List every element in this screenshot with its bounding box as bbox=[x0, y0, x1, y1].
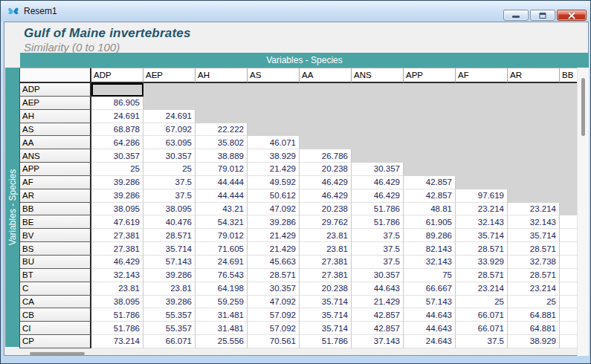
matrix-cell[interactable] bbox=[404, 136, 456, 149]
matrix-cell[interactable]: 31.481 bbox=[196, 322, 248, 335]
matrix-cell[interactable]: 35.714 bbox=[508, 229, 560, 242]
matrix-cell[interactable]: 47.619 bbox=[91, 215, 143, 229]
matrix-cell[interactable]: 40.476 bbox=[143, 215, 196, 229]
matrix-cell[interactable]: 37.5 bbox=[352, 229, 404, 242]
row-header[interactable]: ANS bbox=[19, 149, 91, 163]
matrix-cell[interactable]: 37.5 bbox=[352, 242, 404, 256]
matrix-cell[interactable]: 66.071 bbox=[143, 335, 196, 348]
matrix-cell[interactable]: 37.5 bbox=[456, 335, 508, 348]
matrix-cell[interactable]: 23.81 bbox=[143, 282, 196, 296]
matrix-cell[interactable]: 51.786 bbox=[352, 203, 404, 216]
close-button[interactable] bbox=[557, 10, 587, 21]
matrix-cell[interactable]: 86.905 bbox=[91, 97, 143, 110]
matrix-cell[interactable] bbox=[352, 149, 404, 163]
matrix-cell[interactable] bbox=[248, 123, 300, 137]
matrix-cell[interactable]: 27.381 bbox=[300, 256, 352, 269]
minimize-button[interactable] bbox=[503, 10, 529, 21]
row-header[interactable]: BB bbox=[19, 203, 91, 216]
matrix-cell[interactable]: 24.691 bbox=[143, 110, 196, 123]
matrix-cell[interactable] bbox=[248, 83, 300, 97]
matrix-cell[interactable]: 55.357 bbox=[143, 308, 196, 322]
row-header[interactable]: CI bbox=[19, 322, 91, 335]
matrix-cell[interactable] bbox=[404, 149, 456, 163]
matrix-cell[interactable]: 51.786 bbox=[352, 215, 404, 229]
row-header[interactable]: ADP bbox=[19, 83, 91, 97]
row-header[interactable]: BT bbox=[19, 269, 91, 282]
row-header[interactable]: AEP bbox=[19, 97, 91, 110]
matrix-cell[interactable]: 64.198 bbox=[196, 282, 248, 296]
matrix-cell[interactable]: 57.143 bbox=[143, 256, 196, 269]
matrix-cell[interactable] bbox=[456, 83, 508, 97]
matrix-cell[interactable]: 39.286 bbox=[143, 269, 196, 282]
matrix-cell[interactable]: 50.612 bbox=[248, 189, 300, 203]
matrix-cell[interactable]: 61.905 bbox=[404, 215, 456, 229]
matrix-cell[interactable]: 70.561 bbox=[248, 335, 300, 348]
matrix-cell[interactable]: 51.786 bbox=[91, 308, 143, 322]
matrix-cell[interactable]: 68.878 bbox=[91, 123, 143, 137]
row-header[interactable]: CP bbox=[19, 335, 91, 348]
matrix-cell[interactable]: 35.714 bbox=[300, 308, 352, 322]
matrix-cell[interactable] bbox=[560, 256, 578, 269]
matrix-cell[interactable] bbox=[560, 136, 578, 149]
matrix-cell[interactable]: 23.214 bbox=[456, 203, 508, 216]
matrix-cell[interactable] bbox=[404, 83, 456, 97]
matrix-cell[interactable]: 42.857 bbox=[404, 176, 456, 189]
matrix-cell[interactable] bbox=[352, 123, 404, 137]
butterfly-icon[interactable] bbox=[7, 5, 19, 17]
row-header[interactable]: BV bbox=[19, 229, 91, 242]
matrix-cell[interactable] bbox=[91, 83, 143, 97]
matrix-cell[interactable]: 28.571 bbox=[143, 229, 196, 242]
matrix-cell[interactable]: 23.81 bbox=[300, 229, 352, 242]
matrix-cell[interactable]: 28.571 bbox=[456, 269, 508, 282]
matrix-cell[interactable] bbox=[560, 189, 578, 203]
column-header[interactable]: AF bbox=[456, 68, 508, 83]
matrix-cell[interactable]: 73.214 bbox=[91, 335, 143, 348]
matrix-cell[interactable]: 37.5 bbox=[352, 256, 404, 269]
matrix-cell[interactable]: 71.605 bbox=[196, 242, 248, 256]
matrix-cell[interactable]: 21.429 bbox=[248, 163, 300, 176]
column-header[interactable]: BB bbox=[560, 68, 578, 83]
matrix-cell[interactable]: 59.259 bbox=[196, 296, 248, 309]
matrix-cell[interactable]: 79.012 bbox=[196, 163, 248, 176]
column-header[interactable]: AS bbox=[248, 68, 300, 83]
matrix-cell[interactable]: 57.143 bbox=[404, 296, 456, 309]
matrix-cell[interactable] bbox=[456, 176, 508, 189]
matrix-cell[interactable]: 27.381 bbox=[91, 229, 143, 242]
matrix-cell[interactable]: 26.786 bbox=[300, 149, 352, 163]
column-header[interactable]: AA bbox=[300, 68, 352, 83]
matrix-cell[interactable] bbox=[456, 97, 508, 110]
matrix-cell[interactable] bbox=[196, 83, 248, 97]
matrix-cell[interactable]: 82.143 bbox=[404, 242, 456, 256]
matrix-cell[interactable]: 30.357 bbox=[143, 149, 196, 163]
row-header[interactable]: C bbox=[19, 282, 91, 296]
matrix-cell[interactable]: 32.738 bbox=[508, 256, 560, 269]
matrix-cell[interactable]: 24.691 bbox=[196, 256, 248, 269]
matrix-cell[interactable] bbox=[560, 296, 578, 309]
matrix-cell[interactable]: 39.286 bbox=[91, 189, 143, 203]
matrix-cell[interactable]: 46.429 bbox=[352, 189, 404, 203]
matrix-cell[interactable] bbox=[352, 110, 404, 123]
matrix-cell[interactable]: 25 bbox=[143, 163, 196, 176]
matrix-cell[interactable] bbox=[352, 83, 404, 97]
matrix-cell[interactable]: 47.092 bbox=[248, 296, 300, 309]
matrix-cell[interactable]: 89.286 bbox=[404, 229, 456, 242]
matrix-cell[interactable]: 35.802 bbox=[196, 136, 248, 149]
matrix-cell[interactable]: 38.095 bbox=[91, 296, 143, 309]
matrix-cell[interactable]: 75 bbox=[404, 269, 456, 282]
column-header[interactable]: AH bbox=[196, 68, 248, 83]
matrix-cell[interactable] bbox=[248, 110, 300, 123]
matrix-cell[interactable]: 76.543 bbox=[196, 269, 248, 282]
matrix-cell[interactable] bbox=[560, 242, 578, 256]
matrix-cell[interactable] bbox=[560, 215, 578, 229]
matrix-cell[interactable] bbox=[143, 83, 196, 97]
matrix-cell[interactable]: 38.889 bbox=[196, 149, 248, 163]
matrix-cell[interactable]: 49.592 bbox=[248, 176, 300, 189]
matrix-cell[interactable]: 46.429 bbox=[300, 176, 352, 189]
matrix-cell[interactable] bbox=[560, 110, 578, 123]
matrix-cell[interactable]: 30.357 bbox=[91, 149, 143, 163]
matrix-cell[interactable]: 64.881 bbox=[508, 308, 560, 322]
matrix-cell[interactable]: 35.714 bbox=[143, 242, 196, 256]
matrix-cell[interactable]: 38.929 bbox=[508, 335, 560, 348]
matrix-cell[interactable]: 51.786 bbox=[300, 335, 352, 348]
row-header[interactable]: AA bbox=[19, 136, 91, 149]
